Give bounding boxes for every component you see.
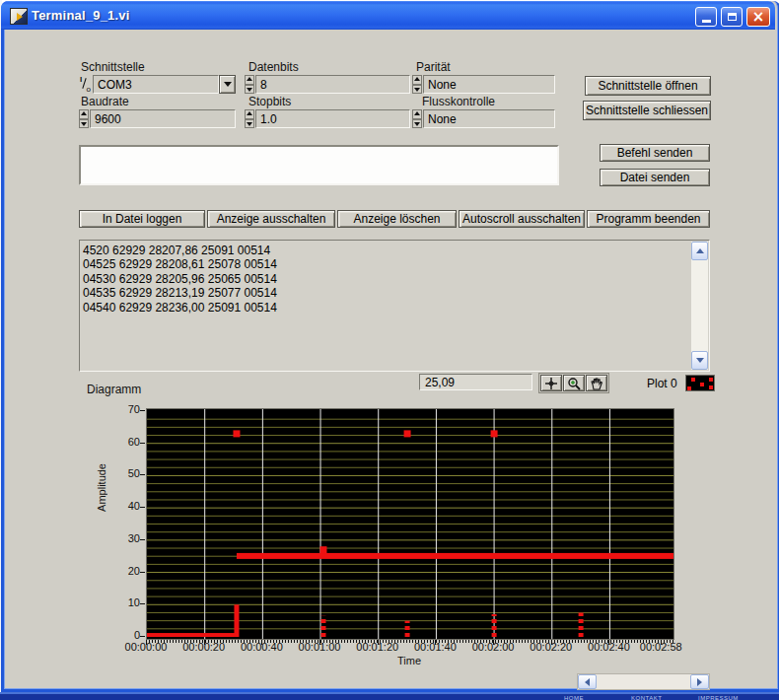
flusskontrolle-control[interactable]: None bbox=[412, 109, 555, 128]
com-port-value[interactable]: COM3 bbox=[93, 75, 219, 94]
taskbar-link[interactable]: KONTAKT bbox=[631, 695, 662, 700]
magnifier-icon bbox=[566, 377, 582, 390]
chart-value-indicator: 25,09 bbox=[419, 374, 532, 390]
increment-icon[interactable] bbox=[245, 75, 254, 85]
com-port-combo[interactable]: Io COM3 bbox=[79, 75, 236, 94]
send-command-button[interactable]: Befehl senden bbox=[600, 144, 710, 162]
baudrate-label: Baudrate bbox=[81, 95, 129, 108]
autoscroll-off-button[interactable]: Autoscroll ausschalten bbox=[459, 210, 585, 228]
increment-icon[interactable] bbox=[79, 109, 89, 119]
datenbits-label: Datenbits bbox=[248, 60, 299, 74]
waveform-chart-plot[interactable] bbox=[146, 408, 674, 640]
quit-program-button[interactable]: Programm beenden bbox=[587, 210, 710, 228]
terminal-output[interactable]: 4520 62929 28207,86 25091 0051404525 629… bbox=[79, 240, 710, 372]
cursor-tool-button[interactable] bbox=[540, 375, 562, 391]
arrow-up-icon bbox=[696, 248, 704, 253]
scroll-left-button[interactable] bbox=[578, 674, 597, 689]
title-bar[interactable]: Terminal_9_1.vi bbox=[1, 1, 775, 30]
browser-footer-bar: HOMEKONTAKTIMPRESSUM bbox=[0, 692, 779, 700]
arrow-right-icon bbox=[697, 678, 702, 686]
close-port-button[interactable]: Schnittstelle schliessen bbox=[583, 101, 711, 120]
decrement-icon[interactable] bbox=[245, 119, 254, 129]
close-button[interactable]: × bbox=[746, 7, 770, 27]
window-title: Terminal_9_1.vi bbox=[32, 8, 130, 23]
increment-icon[interactable] bbox=[412, 75, 422, 85]
log-line: 04535 62929 28213,19 25077 00514 bbox=[83, 286, 689, 300]
plot-style-swatch[interactable] bbox=[685, 375, 715, 391]
log-to-file-button[interactable]: In Datei loggen bbox=[79, 210, 205, 228]
maximize-icon bbox=[728, 13, 737, 21]
arrow-down-icon bbox=[696, 358, 704, 363]
baudrate-control[interactable]: 9600 bbox=[79, 109, 236, 128]
io-resource-icon: Io bbox=[79, 75, 93, 94]
send-file-button[interactable]: Datei senden bbox=[600, 169, 710, 186]
open-port-button[interactable]: Schnittstelle öffnen bbox=[585, 76, 711, 96]
log-line: 04540 62929 28236,00 25091 00514 bbox=[83, 301, 689, 315]
hand-icon bbox=[589, 377, 604, 390]
datenbits-value[interactable]: 8 bbox=[255, 75, 410, 94]
stopbits-control[interactable]: 1.0 bbox=[245, 109, 410, 128]
arrow-left-icon bbox=[585, 678, 590, 686]
command-input[interactable] bbox=[79, 145, 559, 185]
stopbits-label: Stopbits bbox=[248, 95, 291, 108]
flusskontrolle-value[interactable]: None bbox=[423, 109, 555, 128]
taskbar-link[interactable]: HOME bbox=[564, 695, 584, 700]
panel-horizontal-scrollbar[interactable] bbox=[577, 673, 710, 690]
labview-vi-icon bbox=[10, 8, 28, 25]
schnittstelle-label: Schnittstelle bbox=[81, 60, 145, 74]
terminal-scrollbar[interactable] bbox=[691, 242, 708, 370]
chart-title: Diagramm bbox=[87, 383, 141, 396]
log-line: 04525 62929 28208,61 25078 00514 bbox=[83, 257, 689, 271]
scroll-up-button[interactable] bbox=[691, 242, 708, 260]
combo-dropdown-arrow-icon[interactable] bbox=[219, 75, 236, 94]
minimize-button[interactable] bbox=[695, 7, 717, 27]
pan-tool-button[interactable] bbox=[586, 375, 607, 391]
decrement-icon[interactable] bbox=[412, 119, 422, 129]
minimize-icon bbox=[702, 20, 711, 23]
scroll-down-button[interactable] bbox=[691, 351, 708, 370]
plot-legend-label: Plot 0 bbox=[647, 377, 677, 390]
plot-legend[interactable]: Plot 0 bbox=[647, 375, 715, 391]
paritaet-value[interactable]: None bbox=[423, 75, 555, 94]
decrement-icon[interactable] bbox=[79, 119, 89, 129]
datenbits-control[interactable]: 8 bbox=[245, 75, 410, 94]
paritaet-control[interactable]: None bbox=[412, 75, 555, 94]
decrement-icon[interactable] bbox=[245, 85, 254, 95]
flusskontrolle-label: Flusskontrolle bbox=[422, 95, 495, 108]
crosshair-icon bbox=[543, 377, 559, 390]
increment-icon[interactable] bbox=[412, 109, 422, 119]
decrement-icon[interactable] bbox=[412, 85, 422, 95]
taskbar-link[interactable]: IMPRESSUM bbox=[698, 695, 739, 700]
increment-icon[interactable] bbox=[245, 109, 254, 119]
log-line: 4520 62929 28207,86 25091 00514 bbox=[83, 244, 689, 257]
display-off-button[interactable]: Anzeige ausschalten bbox=[207, 210, 335, 228]
clear-display-button[interactable]: Anzeige löschen bbox=[337, 210, 457, 228]
paritaet-label: Parität bbox=[416, 60, 451, 74]
close-icon: × bbox=[752, 10, 765, 25]
scroll-right-button[interactable] bbox=[690, 674, 709, 689]
baudrate-value[interactable]: 9600 bbox=[90, 109, 236, 128]
chart-canvas bbox=[147, 409, 673, 639]
maximize-button[interactable] bbox=[721, 7, 743, 27]
graph-palette bbox=[538, 373, 609, 393]
zoom-tool-button[interactable] bbox=[563, 375, 585, 391]
terminal-lines: 4520 62929 28207,86 25091 0051404525 629… bbox=[83, 244, 689, 369]
stopbits-value[interactable]: 1.0 bbox=[255, 109, 410, 128]
log-line: 04530 62929 28205,96 25065 00514 bbox=[83, 272, 689, 286]
